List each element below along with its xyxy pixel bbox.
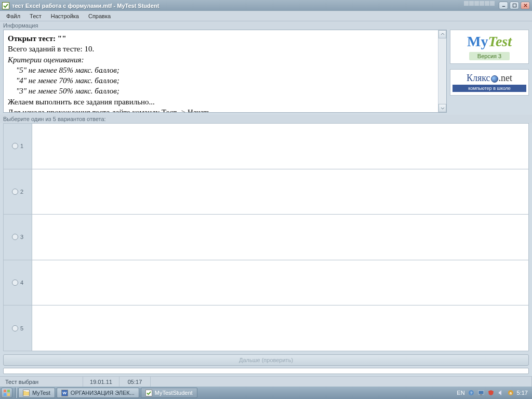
scroll-up-icon[interactable] [438,30,446,38]
status-test-state: Тест выбран [0,377,83,387]
tray-lang[interactable]: EN [457,390,464,396]
radio-icon [12,325,18,331]
statusbar: Тест выбран 19.01.11 05:17 [0,376,532,387]
radio-icon [12,143,18,149]
answer-body-1[interactable] [32,124,528,169]
answer-body-3[interactable] [32,215,528,260]
status-time: 05:17 [119,377,151,387]
minimize-button[interactable] [499,2,508,9]
info-wish: Желаем выполнить все задания правильно..… [8,97,442,107]
answer-num-1: 1 [20,143,23,149]
tray-clock[interactable]: 5:17 [517,390,528,396]
progress-bar [3,368,529,374]
titlebar: тест Excel работа с формулами.mtf - MyTe… [0,0,532,11]
svg-rect-2 [4,390,6,392]
task-label-0: MyTest [32,390,50,396]
taskbar-separator [15,388,17,398]
status-date: 19.01.11 [83,377,119,387]
task-label-2: MyTestStudent [155,390,193,396]
tray-help-icon[interactable]: ? [468,389,475,396]
answer-row-3: 3 [4,215,528,260]
word-icon: W [61,390,68,396]
menu-test[interactable]: Тест [25,12,46,20]
svg-rect-9 [480,394,482,395]
window-controls [499,2,530,9]
radio-icon [12,189,18,195]
info-total: Всего заданий в тесте: 10. [8,44,442,54]
logo-my: My [467,33,488,49]
answers-area: 1 2 3 4 5 Дальше (проверить) [0,123,532,376]
menubar: Файл Тест Настройка Справка [0,11,532,21]
next-button-row: Дальше (проверить) [3,351,529,367]
menu-settings[interactable]: Настройка [47,12,83,20]
info-scrollbar[interactable] [438,30,446,112]
info-grade3: "3" не менее 50% макс. баллов; [8,86,442,96]
answer-body-4[interactable] [32,260,528,305]
klyakso-subtitle: компьютер в школе [453,85,526,92]
answers-hint: Выберите один из 5 вариантов ответа: [0,115,532,123]
menu-help[interactable]: Справка [84,12,115,20]
maximize-button[interactable] [510,2,519,9]
klyakso-text: Клякс [467,73,490,83]
answer-num-4: 4 [20,280,23,286]
windows-icon [3,389,10,396]
klyakso-logo: Клякс.net компьютер в школе [450,69,529,96]
svg-rect-8 [478,391,484,394]
answer-num-3: 3 [20,234,23,240]
svg-text:?: ? [470,391,472,395]
svg-rect-3 [7,390,10,392]
app-window: тест Excel работа с формулами.mtf - MyTe… [0,0,532,387]
task-item-mytest-folder[interactable]: MyTest [18,388,55,398]
menu-file[interactable]: Файл [2,12,24,20]
radio-icon [12,234,18,240]
task-item-myteststudent[interactable]: MyTestStudent [141,388,197,398]
info-grade5: "5" не менее 85% макс. баллов; [8,65,442,75]
answer-radio-1[interactable]: 1 [4,143,32,149]
info-row: Открыт тест: "" Всего заданий в тесте: 1… [0,30,532,115]
close-button[interactable] [521,2,530,9]
klyakso-net: .net [499,73,513,83]
tray-shield-icon[interactable] [487,389,495,396]
answer-radio-5[interactable]: 5 [4,325,32,331]
next-button[interactable]: Дальше (проверить) [3,354,529,366]
info-panel-label: Информация [0,21,532,30]
scroll-track[interactable] [438,38,446,104]
system-tray: EN ? a 5:17 [457,389,531,396]
info-grade4: "4" не менее 70% макс. баллов; [8,75,442,86]
answer-num-5: 5 [20,325,23,331]
info-text-box: Открыт тест: "" Всего заданий в тесте: 1… [3,30,447,113]
task-label-1: ОРГАНИЗАЦИЯ ЭЛЕК... [71,390,135,396]
answer-body-2[interactable] [32,169,528,215]
answer-radio-4[interactable]: 4 [4,280,32,286]
folder-icon [23,390,30,396]
svg-text:a: a [510,391,512,395]
taskbar: MyTest W ОРГАНИЗАЦИЯ ЭЛЕК... MyTestStude… [0,387,532,399]
tray-agent-icon[interactable]: a [507,389,514,396]
tray-audio-icon[interactable] [497,389,504,396]
mytest-logo: MyTest Версия 3 [450,30,529,64]
svg-rect-4 [4,393,6,396]
app-icon [2,2,9,9]
logo-column: MyTest Версия 3 Клякс.net компьютер в шк… [450,30,529,113]
task-item-word-doc[interactable]: W ОРГАНИЗАЦИЯ ЭЛЕК... [57,388,139,398]
titlebar-decoration [464,1,495,6]
logo-test: Test [488,33,512,49]
scroll-down-icon[interactable] [438,104,446,112]
answer-radio-3[interactable]: 3 [4,234,32,240]
info-start-hint: Для начала прохождения теста дайте коман… [8,107,442,113]
status-spacer [151,377,532,387]
logo-version: Версия 3 [469,52,510,60]
svg-rect-1 [513,4,516,7]
info-opened: Открыт тест: "" [8,33,442,44]
answers-list: 1 2 3 4 5 [3,123,529,351]
info-criteria: Критерии оценивания: [8,55,442,65]
radio-icon [12,280,18,286]
answer-row-2: 2 [4,169,528,215]
answer-row-1: 1 [4,124,528,169]
answer-num-2: 2 [20,189,23,195]
tray-monitor-icon[interactable] [477,389,485,396]
answer-body-5[interactable] [32,305,528,351]
answer-radio-2[interactable]: 2 [4,189,32,195]
answer-row-5: 5 [4,305,528,351]
start-button[interactable] [1,388,12,398]
